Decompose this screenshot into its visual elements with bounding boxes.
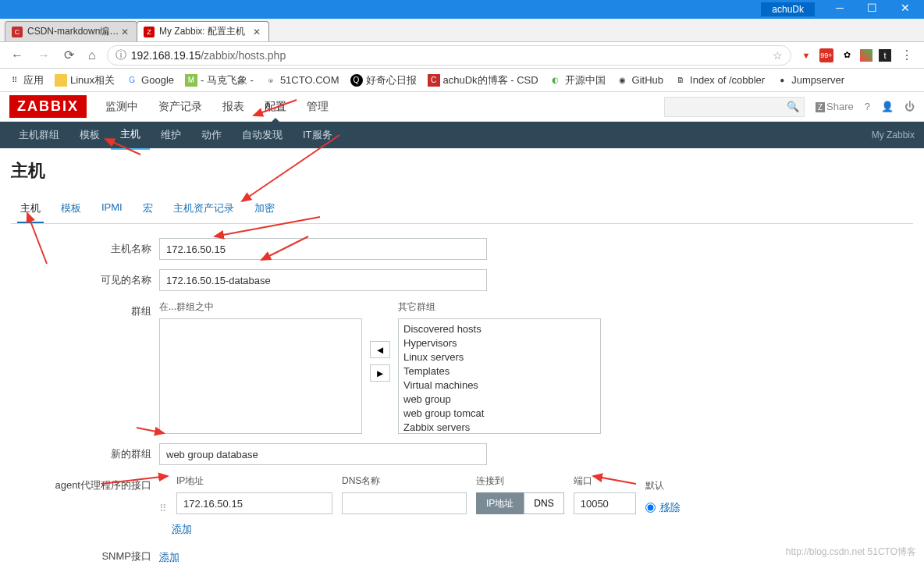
window-close-icon[interactable]: ✕ xyxy=(901,2,910,14)
bookmark-item[interactable]: ◐开源中国 xyxy=(549,73,606,87)
apps-button[interactable]: ⠿应用 xyxy=(8,73,44,87)
submenu-itservices[interactable]: IT服务 xyxy=(293,121,342,149)
label-other-groups: 其它群组 xyxy=(398,300,601,314)
tab-close-icon[interactable]: ✕ xyxy=(119,27,130,37)
home-icon[interactable]: ⌂ xyxy=(85,48,99,62)
bookmark-item[interactable]: ⍟51CTO.COM xyxy=(265,74,339,87)
star-icon[interactable]: ☆ xyxy=(773,49,783,62)
tab-macros[interactable]: 宏 xyxy=(140,194,156,223)
bookmark-item[interactable]: 🗎Index of /cobbler xyxy=(674,74,765,87)
agent-ip-input[interactable] xyxy=(176,492,332,514)
page-title: 主机 xyxy=(0,148,924,194)
submenu-discovery[interactable]: 自动发现 xyxy=(233,121,292,149)
address-bar[interactable]: ⓘ 192.168.19.15/zabbix/hosts.php ☆ xyxy=(107,45,791,66)
help-icon[interactable]: ? xyxy=(865,101,870,112)
topmenu-reports[interactable]: 报表 xyxy=(213,92,254,122)
bookmark-label: 好奇心日报 xyxy=(366,73,417,87)
agent-add-link[interactable]: 添加 xyxy=(172,523,192,535)
bookmark-item[interactable]: ●Jumpserver xyxy=(776,74,844,87)
bookmark-label: Google xyxy=(141,74,174,86)
tab-title: My Zabbix: 配置主机 xyxy=(159,25,251,38)
bookmark-label: Index of /cobbler xyxy=(690,74,765,86)
topmenu-inventory[interactable]: 资产记录 xyxy=(149,92,211,122)
submenu-hosts[interactable]: 主机 xyxy=(111,120,150,150)
browser-tab-csdn[interactable]: C CSDN-markdown编辑器 ✕ xyxy=(5,21,137,41)
user-icon[interactable]: 👤 xyxy=(881,101,894,112)
in-groups-listbox[interactable] xyxy=(159,318,362,434)
group-option[interactable]: Virtual machines xyxy=(403,378,595,393)
site-info-icon[interactable]: ⓘ xyxy=(116,48,126,62)
bookmark-item[interactable]: ◉GitHub xyxy=(617,74,663,87)
ext-icon[interactable]: ✿ xyxy=(840,48,854,62)
other-groups-listbox[interactable]: Discovered hostsHypervisorsLinux servers… xyxy=(398,318,601,434)
submenu-templates[interactable]: 模板 xyxy=(70,121,109,149)
bookmark-item[interactable]: GGoogle xyxy=(126,74,174,87)
bookmark-item[interactable]: M- 马克飞象 - xyxy=(185,73,254,87)
drag-handle-icon[interactable]: ⠿ xyxy=(159,487,167,514)
tab-inventory[interactable]: 主机资产记录 xyxy=(170,194,237,223)
topmenu-configuration[interactable]: 配置 xyxy=(255,92,296,122)
ext-icon[interactable] xyxy=(860,49,872,62)
window-minimize-icon[interactable]: ─ xyxy=(836,2,844,14)
browser-tab-zabbix[interactable]: Z My Zabbix: 配置主机 ✕ xyxy=(137,21,269,41)
agent-default-radio[interactable] xyxy=(645,503,656,513)
ext-icon[interactable]: ▼ xyxy=(799,48,813,62)
ext-icon[interactable]: t xyxy=(879,49,891,62)
group-option[interactable]: web group xyxy=(403,393,595,407)
github-icon: ◉ xyxy=(617,74,629,87)
snmp-add-link[interactable]: 添加 xyxy=(159,551,179,563)
menu-icon[interactable]: ⋮ xyxy=(897,48,916,62)
zabbix-search-input[interactable]: 🔍 xyxy=(664,97,805,117)
group-option[interactable]: Hypervisors xyxy=(403,336,595,350)
browser-tabs-bar: C CSDN-markdown编辑器 ✕ Z My Zabbix: 配置主机 ✕ xyxy=(0,19,924,42)
share-button[interactable]: ZShare xyxy=(816,101,854,112)
url-host: 192.168.19.15 xyxy=(131,49,201,62)
windows-user-badge: achuDk xyxy=(761,2,815,16)
forward-icon[interactable]: → xyxy=(34,48,53,62)
group-option[interactable]: Discovered hosts xyxy=(403,322,595,336)
tab-close-icon[interactable]: ✕ xyxy=(251,27,262,37)
col-default: 默认 xyxy=(645,479,681,492)
tab-ipmi[interactable]: IPMI xyxy=(98,194,126,223)
group-option[interactable]: Linux servers xyxy=(403,350,595,364)
hostname-input[interactable] xyxy=(159,238,487,260)
group-option[interactable]: web group tomcat xyxy=(403,407,595,421)
window-maximize-icon[interactable]: ☐ xyxy=(867,2,877,14)
new-group-input[interactable] xyxy=(159,443,487,465)
apps-icon: ⠿ xyxy=(8,74,20,87)
col-dns: DNS名称 xyxy=(342,474,467,488)
bookmark-item[interactable]: Linux相关 xyxy=(55,73,115,87)
col-connect: 连接到 xyxy=(476,474,564,488)
submenu-actions[interactable]: 动作 xyxy=(192,121,231,149)
back-icon[interactable]: ← xyxy=(8,48,27,62)
reload-icon[interactable]: ⟳ xyxy=(61,48,77,62)
col-port: 端口 xyxy=(574,474,636,488)
tab-templates[interactable]: 模板 xyxy=(58,194,84,223)
connect-dns-button[interactable]: DNS xyxy=(524,492,563,514)
bookmark-item[interactable]: Q好奇心日报 xyxy=(350,73,417,87)
agent-port-input[interactable] xyxy=(574,492,636,514)
bookmark-item[interactable]: CachuDk的博客 - CSD xyxy=(428,73,538,87)
ext-badge-icon[interactable]: 99+ xyxy=(819,48,833,62)
move-left-button[interactable]: ◄ xyxy=(370,341,390,358)
topmenu-monitoring[interactable]: 监测中 xyxy=(96,92,147,122)
favicon-icon: C xyxy=(12,27,23,37)
submenu-hostgroups[interactable]: 主机群组 xyxy=(9,121,69,149)
tab-host[interactable]: 主机 xyxy=(17,194,44,223)
visible-name-input[interactable] xyxy=(159,269,487,291)
topmenu-administration[interactable]: 管理 xyxy=(297,92,338,122)
connect-ip-button[interactable]: IP地址 xyxy=(476,492,524,514)
agent-remove-link[interactable]: 移除 xyxy=(660,500,681,514)
zabbix-logo[interactable]: ZABBIX xyxy=(9,95,87,118)
label-snmp-iface: SNMP接口 xyxy=(11,545,159,564)
move-right-button[interactable]: ► xyxy=(370,364,390,382)
bookmark-icon: ⍟ xyxy=(265,74,277,87)
bookmark-label: - 马克飞象 - xyxy=(201,73,254,87)
power-icon[interactable]: ⏻ xyxy=(904,101,915,112)
tab-encryption[interactable]: 加密 xyxy=(251,194,278,223)
group-option[interactable]: Templates xyxy=(403,364,595,378)
agent-dns-input[interactable] xyxy=(342,492,467,514)
zabbix-sub-menu: 主机群组 模板 主机 维护 动作 自动发现 IT服务 My Zabbix xyxy=(0,122,924,148)
submenu-maintenance[interactable]: 维护 xyxy=(151,121,190,149)
group-option[interactable]: Zabbix servers xyxy=(403,421,595,434)
